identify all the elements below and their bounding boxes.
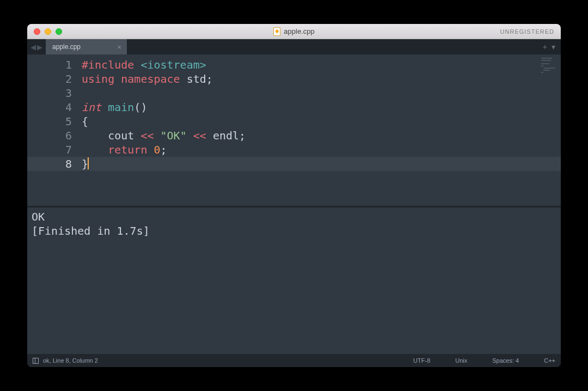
line-number[interactable]: 1	[27, 58, 72, 72]
code-area[interactable]: #include <iostream> using namespace std;…	[82, 54, 561, 206]
minimap[interactable]	[541, 58, 556, 74]
close-window-button[interactable]	[34, 28, 40, 35]
line-number[interactable]: 4	[27, 100, 72, 114]
window-controls	[27, 28, 62, 35]
tab-bar-actions: + ▾	[537, 39, 561, 54]
line-number[interactable]: 2	[27, 72, 72, 86]
output-line: [Finished in 1.7s]	[32, 224, 150, 237]
tab-bar: ◀ ▶ apple.cpp × + ▾	[27, 39, 561, 54]
tab-apple-cpp[interactable]: apple.cpp ×	[46, 39, 127, 54]
nav-forward-icon[interactable]: ▶	[37, 43, 42, 51]
line-number[interactable]: 7	[27, 143, 72, 157]
titlebar: apple.cpp UNREGISTERED	[27, 24, 561, 39]
status-bar: ok, Line 8, Column 2 UTF-8 Unix Spaces: …	[27, 354, 561, 367]
status-right: UTF-8 Unix Spaces: 4 C++	[413, 357, 555, 364]
tab-label: apple.cpp	[52, 43, 81, 51]
tab-close-icon[interactable]: ×	[117, 43, 121, 51]
line-number[interactable]: 3	[27, 86, 72, 100]
zoom-window-button[interactable]	[56, 28, 62, 35]
status-language[interactable]: C++	[544, 357, 555, 364]
line-gutter: 1 2 3 4 5 6 7 8	[27, 54, 82, 206]
status-line-endings[interactable]: Unix	[455, 357, 467, 364]
tab-history-nav: ◀ ▶	[27, 39, 46, 54]
tab-menu-icon[interactable]: ▾	[552, 42, 555, 51]
status-cursor-pos[interactable]: ok, Line 8, Column 2	[43, 357, 98, 364]
build-output-panel[interactable]: OK [Finished in 1.7s]	[27, 207, 561, 354]
status-left: ok, Line 8, Column 2	[33, 357, 98, 364]
text-cursor	[88, 157, 89, 169]
editor-window: apple.cpp UNREGISTERED ◀ ▶ apple.cpp × +…	[27, 24, 561, 367]
line-number[interactable]: 5	[27, 114, 72, 129]
line-number[interactable]: 6	[27, 129, 72, 143]
new-tab-icon[interactable]: +	[543, 42, 547, 51]
status-encoding[interactable]: UTF-8	[413, 357, 430, 364]
line-number[interactable]: 8	[27, 157, 82, 171]
editor-pane: 1 2 3 4 5 6 7 8 #include <iostream> usin…	[27, 54, 561, 206]
status-indent[interactable]: Spaces: 4	[492, 357, 519, 364]
panel-toggle-icon[interactable]	[33, 358, 39, 364]
nav-back-icon[interactable]: ◀	[30, 43, 36, 51]
window-title: apple.cpp	[27, 27, 561, 36]
title-filename: apple.cpp	[284, 27, 314, 35]
output-line: OK	[32, 210, 45, 223]
minimize-window-button[interactable]	[45, 28, 51, 35]
unregistered-label: UNREGISTERED	[500, 28, 554, 35]
file-icon	[273, 27, 280, 36]
